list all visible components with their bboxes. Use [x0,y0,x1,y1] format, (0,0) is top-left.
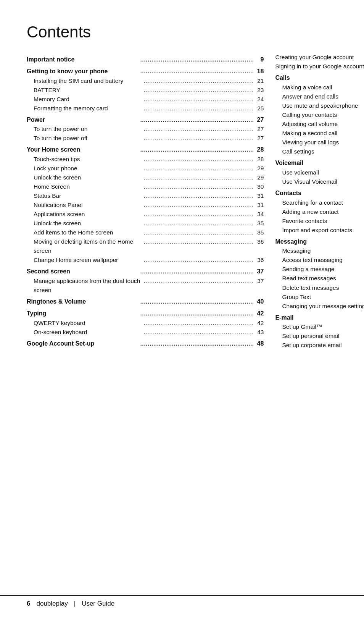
toc-dot-leader: ........................................… [143,174,254,182]
left-column: Important notice........................… [27,53,275,349]
toc-dot-leader: ........................................… [140,146,254,154]
toc-page: 18 [254,67,264,76]
toc-label: Searching for a contact [282,198,364,207]
toc-label: Notifications Panel [34,200,143,210]
toc-label: Moving or deleting items on the Home scr… [34,237,143,255]
toc-label: Touch-screen tips [34,155,143,164]
toc-entry: Import and export contacts..............… [275,226,364,235]
toc-dot-leader: ........................................… [143,210,254,219]
toc-page: 37 [254,267,264,276]
toc-label: Import and export contacts [282,226,364,235]
toc-label: Manage applications from the dual touch … [34,276,143,295]
page: Contents Important notice...............… [0,0,364,619]
toc-entry: Searching for a contact.................… [275,198,364,207]
toc-entry: Viewing your call logs..................… [275,138,364,147]
toc-entry: Formatting the memory card..............… [27,104,264,113]
toc-entry: Answer and end calls....................… [275,92,364,101]
toc-label: E-mail [275,313,364,323]
toc-label: Installing the SIM card and battery [34,76,143,86]
toc-dot-leader: ........................................… [140,310,254,318]
toc-label: Google Account Set-up [27,339,140,349]
toc-label: Memory Card [34,95,143,104]
toc-entry: Delete text messages....................… [275,283,364,293]
toc-entry: Ringtones & Volume......................… [27,297,264,307]
toc-page: 28 [254,145,264,155]
toc-entry: Creating your Google account............… [275,53,364,62]
toc-dot-leader: ........................................… [143,220,254,228]
toc-label: Contacts [275,189,364,198]
toc-dot-leader: ........................................… [143,192,254,200]
toc-page: 9 [254,55,264,65]
toc-page: 30 [254,182,264,191]
toc-label: Use mute and speakerphone [282,101,364,110]
toc-label: Add items to the Home screen [34,228,143,237]
toc-label: Calling your contacts [282,110,364,120]
toc-entry: Group Text..............................… [275,293,364,302]
toc-label: Adjusting call volume [282,120,364,129]
toc-label: Power [27,115,140,125]
toc-page: 42 [254,309,264,318]
toc-page: 27 [254,124,264,134]
toc-dot-leader: ........................................… [143,229,254,237]
toc-page: 35 [254,219,264,228]
toc-dot-leader: ........................................… [140,298,254,306]
toc-page: 29 [254,164,264,173]
toc-label: Formatting the memory card [34,104,143,113]
toc-page: 28 [254,155,264,164]
toc-page: 23 [254,86,264,95]
toc-label: Messaging [282,246,364,255]
toc-entry: Applications screen.....................… [27,210,264,219]
footer-brand: doubleplay [36,600,68,608]
toc-entry: Set up Gmail™...........................… [275,322,364,331]
toc-label: Viewing your call logs [282,138,364,147]
toc-label: Group Text [282,293,364,302]
toc-page: 31 [254,191,264,200]
toc-entry: Messaging...............................… [275,246,364,255]
toc-page: 36 [254,255,264,265]
toc-label: Use voicemail [282,168,364,177]
toc-entry: Use voicemail...........................… [275,168,364,177]
toc-dot-leader: ........................................… [143,155,254,164]
toc-label: Set up personal email [282,331,364,341]
toc-label: Your Home screen [27,145,140,155]
toc-label: Making a second call [282,129,364,138]
toc-entry: Making a voice call.....................… [275,83,364,92]
toc-label: Signing in to your Google account [275,62,364,71]
toc-entry: To turn the power off...................… [27,134,264,143]
toc-dot-leader: ........................................… [143,165,254,173]
toc-entry: Lock your phone.........................… [27,164,264,173]
toc-label: Answer and end calls [282,92,364,101]
toc-label: Change Home screen wallpaper [34,255,143,265]
toc-entry: Access text messaging...................… [275,255,364,265]
toc-label: Calls [275,73,364,83]
toc-dot-leader: ........................................… [140,68,254,76]
toc-entry: Unlock the screen.......................… [27,173,264,182]
toc-container: Important notice........................… [27,53,337,350]
toc-entry: On-screen keyboard......................… [27,328,264,337]
toc-entry: Changing your message settings..........… [275,302,364,311]
toc-page: 24 [254,95,264,104]
page-title: Contents [27,23,337,41]
toc-label: To turn the power on [34,124,143,134]
toc-label: Sending a message [282,265,364,274]
toc-label: Delete text messages [282,283,364,293]
toc-label: Access text messaging [282,255,364,265]
toc-entry: QWERTY keyboard.........................… [27,318,264,328]
toc-entry: Touch-screen tips.......................… [27,155,264,164]
toc-dot-leader: ........................................… [140,340,254,348]
toc-dot-leader: ........................................… [143,319,254,328]
toc-entry: Your Home screen........................… [27,145,264,155]
toc-entry: Getting to know your phone..............… [27,67,264,76]
toc-dot-leader: ........................................… [143,125,254,134]
toc-entry: Notifications Panel.....................… [27,200,264,210]
toc-entry: Calls...................................… [275,73,364,83]
toc-dot-leader: ........................................… [140,116,254,124]
toc-dot-leader: ........................................… [143,95,254,104]
toc-label: Important notice [27,55,140,65]
toc-label: Applications screen [34,210,143,219]
toc-dot-leader: ........................................… [143,134,254,143]
footer-guide: User Guide [82,600,114,608]
toc-entry: Set up corporate email..................… [275,341,364,350]
toc-label: Making a voice call [282,83,364,92]
toc-entry: Voicemail...............................… [275,158,364,168]
